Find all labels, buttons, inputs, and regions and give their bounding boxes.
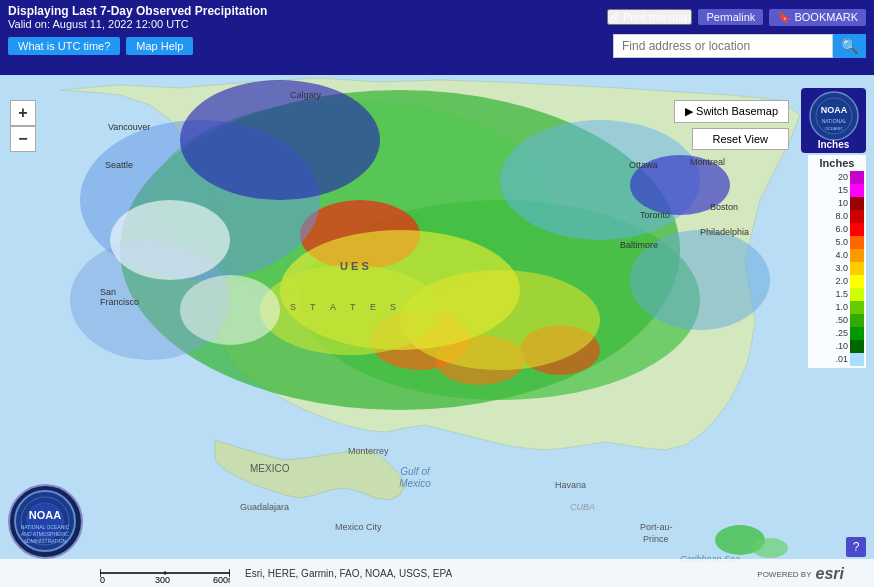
svg-text:NATIONAL OCEANIC: NATIONAL OCEANIC — [21, 524, 70, 530]
zoom-out-button[interactable]: − — [10, 126, 36, 152]
legend-label: .10 — [810, 340, 850, 353]
svg-text:OCEANIC: OCEANIC — [824, 126, 842, 131]
legend-label: .25 — [810, 327, 850, 340]
svg-point-51 — [810, 92, 858, 140]
legend-title: Inches — [810, 157, 864, 169]
legend-color-swatch — [850, 210, 864, 223]
legend-label: .50 — [810, 314, 850, 327]
powered-by-text: POWERED BY — [757, 570, 811, 579]
legend-label: 1.0 — [810, 301, 850, 314]
map-help-button[interactable]: Map Help — [126, 37, 193, 55]
legend-row: 10 — [810, 197, 864, 210]
search-box-container: 🔍 — [613, 34, 866, 58]
zoom-in-button[interactable]: + — [10, 100, 36, 126]
svg-text:NATIONAL: NATIONAL — [821, 118, 846, 124]
legend-label: 20 — [810, 171, 850, 184]
legend-row: 8.0 — [810, 210, 864, 223]
svg-text:NOAA: NOAA — [820, 105, 847, 115]
esri-logo: esri — [816, 565, 844, 583]
title-section: Displaying Last 7-Day Observed Precipita… — [8, 4, 267, 30]
valid-on-text: Valid on: August 11, 2022 12:00 UTC — [8, 18, 267, 30]
svg-text:NOAA: NOAA — [29, 509, 61, 521]
legend-row: 20 — [810, 171, 864, 184]
legend-row: 2.0 — [810, 275, 864, 288]
legend-color-swatch — [850, 184, 864, 197]
help-button[interactable]: ? — [846, 537, 866, 557]
print-button[interactable]: 🖨 Print this map — [607, 9, 692, 25]
top-right-controls: 🖨 Print this map Permalink 🔖 BOOKMARK — [607, 9, 866, 26]
legend-label: .01 — [810, 353, 850, 366]
switch-basemap-button[interactable]: ▶ Switch Basemap — [674, 100, 789, 123]
legend-label: 8.0 — [810, 210, 850, 223]
precipitation-legend: Inches 2015108.06.05.04.03.02.01.51.0.50… — [808, 155, 866, 368]
legend-color-swatch — [850, 171, 864, 184]
legend-row: 3.0 — [810, 262, 864, 275]
top-bar: Displaying Last 7-Day Observed Precipita… — [0, 0, 874, 75]
legend-color-swatch — [850, 353, 864, 366]
noaa-badge: NOAA NATIONAL OCEANIC Inches — [801, 88, 866, 153]
svg-text:600mi: 600mi — [213, 575, 230, 583]
svg-text:AND ATMOSPHERIC: AND ATMOSPHERIC — [21, 531, 69, 537]
bottom-bar: 0 300 600mi Esri, HERE, Garmin, FAO, NOA… — [0, 559, 874, 587]
legend-row: 1.5 — [810, 288, 864, 301]
legend-label: 5.0 — [810, 236, 850, 249]
bookmark-button[interactable]: 🔖 BOOKMARK — [769, 9, 866, 26]
reset-view-button[interactable]: Reset View — [692, 128, 789, 150]
legend-color-swatch — [850, 340, 864, 353]
svg-text:ADMINISTRATION: ADMINISTRATION — [24, 538, 67, 544]
legend-label: 4.0 — [810, 249, 850, 262]
legend-color-swatch — [850, 275, 864, 288]
page-title: Displaying Last 7-Day Observed Precipita… — [8, 4, 267, 18]
legend-row: 6.0 — [810, 223, 864, 236]
legend-color-swatch — [850, 314, 864, 327]
legend-label: 10 — [810, 197, 850, 210]
legend-color-swatch — [850, 262, 864, 275]
permalink-button[interactable]: Permalink — [698, 9, 763, 25]
scale-bar: 0 300 600mi — [100, 565, 230, 583]
search-button[interactable]: 🔍 — [833, 34, 866, 58]
legend-row: .25 — [810, 327, 864, 340]
legend-label: 15 — [810, 184, 850, 197]
legend-color-swatch — [850, 288, 864, 301]
legend-label: 3.0 — [810, 262, 850, 275]
legend-color-swatch — [850, 327, 864, 340]
noaa-badge-inches: Inches — [818, 139, 850, 150]
legend-row: 15 — [810, 184, 864, 197]
map-container: Gulf of Mexico Ottawa Montreal Vancouver… — [0, 0, 874, 587]
top-bar-row2: What is UTC time? Map Help 🔍 — [0, 30, 874, 62]
zoom-controls: + − — [10, 100, 36, 152]
legend-row: .01 — [810, 353, 864, 366]
legend-label: 2.0 — [810, 275, 850, 288]
legend-row: .10 — [810, 340, 864, 353]
utc-info-button[interactable]: What is UTC time? — [8, 37, 120, 55]
legend-row: .50 — [810, 314, 864, 327]
search-input[interactable] — [613, 34, 833, 58]
legend-row: 5.0 — [810, 236, 864, 249]
attribution-text: Esri, HERE, Garmin, FAO, NOAA, USGS, EPA — [245, 568, 452, 579]
top-bar-row1: Displaying Last 7-Day Observed Precipita… — [0, 0, 874, 30]
legend-label: 6.0 — [810, 223, 850, 236]
svg-text:0: 0 — [100, 575, 105, 583]
legend-row: 1.0 — [810, 301, 864, 314]
legend-row: 4.0 — [810, 249, 864, 262]
legend-items: 2015108.06.05.04.03.02.01.51.0.50.25.10.… — [810, 171, 864, 366]
legend-color-swatch — [850, 249, 864, 262]
legend-color-swatch — [850, 301, 864, 314]
noaa-logo: NOAA NATIONAL OCEANIC AND ATMOSPHERIC AD… — [8, 484, 83, 559]
legend-color-swatch — [850, 223, 864, 236]
legend-color-swatch — [850, 197, 864, 210]
left-buttons: What is UTC time? Map Help — [8, 37, 193, 55]
legend-label: 1.5 — [810, 288, 850, 301]
svg-text:300: 300 — [155, 575, 170, 583]
legend-color-swatch — [850, 236, 864, 249]
